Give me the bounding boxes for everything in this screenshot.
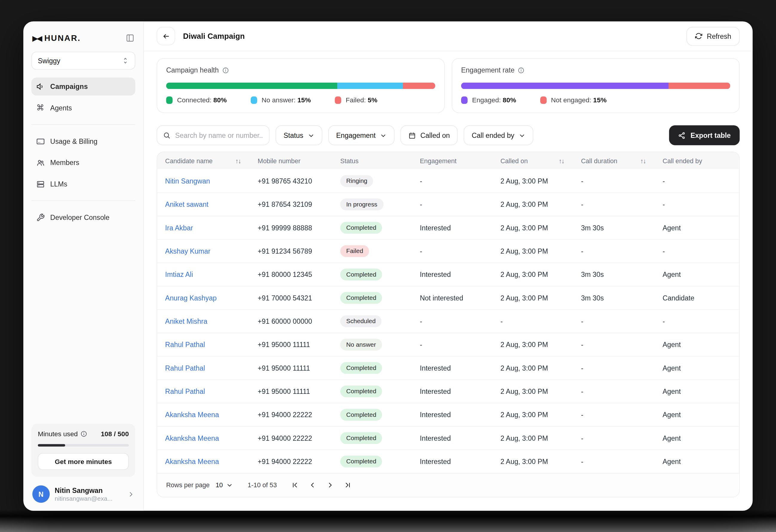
brand-name: HUNAR. (44, 33, 80, 43)
candidate-name-link[interactable]: Aniket Mishra (157, 317, 255, 325)
call-duration-cell: - (578, 247, 659, 255)
chevron-down-icon (308, 132, 314, 139)
engagement-cell: Interested (417, 271, 498, 279)
table-header: Candidate name ↑↓ Mobile number Status E… (157, 152, 739, 169)
sort-icon[interactable]: ↑↓ (640, 157, 645, 165)
sidebar-item-usage-billing[interactable]: Usage & Billing (31, 132, 135, 150)
candidate-name-link[interactable]: Akanksha Meena (157, 458, 255, 466)
sidebar-divider (31, 124, 135, 125)
candidate-name-link[interactable]: Rahul Pathal (157, 341, 255, 349)
column-header-called-on: Called on ↑↓ (498, 157, 578, 165)
sidebar-item-developer-console[interactable]: Developer Console (31, 208, 135, 226)
campaign-health-title: Campaign health (166, 66, 219, 74)
sidebar-item-members[interactable]: Members (31, 154, 135, 172)
table-row: Rahul Pathal+91 95000 11111No answer-2 A… (157, 333, 739, 356)
engagement-cell: - (417, 317, 498, 325)
status-badge: Ringing (340, 175, 373, 187)
candidate-name-link[interactable]: Aniket sawant (157, 201, 255, 209)
candidate-name-link[interactable]: Rahul Pathal (157, 387, 255, 395)
engagement-rate-card: Engagement rate Engaged: 80%Not engaged:… (451, 58, 740, 113)
status-cell: Failed (337, 245, 417, 257)
first-page-icon[interactable] (292, 481, 299, 489)
stat-cards: Campaign health Connected: 80%No answer:… (157, 58, 740, 113)
engagement-cell: Interested (417, 387, 498, 395)
engagement-filter-label: Engagement (336, 131, 375, 139)
info-icon[interactable] (518, 67, 525, 73)
refresh-button[interactable]: Refresh (687, 27, 740, 45)
call-ended-by-cell: Agent (659, 364, 739, 372)
legend-value: 15% (593, 96, 606, 104)
status-cell: Completed (337, 362, 417, 374)
sidebar-item-campaigns[interactable]: Campaigns (31, 77, 135, 95)
info-icon[interactable] (80, 431, 87, 437)
status-badge: No answer (340, 339, 382, 350)
column-header-engagement: Engagement (417, 157, 498, 165)
export-table-label: Export table (690, 131, 731, 139)
candidate-name-link[interactable]: Anurag Kashyap (157, 294, 255, 302)
sidebar-item-llms[interactable]: LLMs (31, 175, 135, 193)
call-ended-by-cell: - (659, 177, 739, 185)
content: Campaign health Connected: 80%No answer:… (144, 51, 753, 511)
status-cell: Completed (337, 292, 417, 304)
candidate-name-link[interactable]: Akanksha Meena (157, 434, 255, 442)
workspace-selector[interactable]: Swiggy (31, 52, 135, 69)
call-duration-cell: - (578, 411, 659, 419)
topbar: Diwali Campaign Refresh (144, 21, 753, 51)
candidate-name-link[interactable]: Akshay Kumar (157, 247, 255, 255)
legend-item: Not engaged: 15% (540, 96, 606, 104)
export-table-button[interactable]: Export table (669, 125, 740, 145)
next-page-icon[interactable] (327, 481, 334, 489)
status-filter-button[interactable]: Status (275, 125, 322, 145)
status-cell: Scheduled (337, 315, 417, 327)
engagement-rate-title: Engagement rate (461, 66, 515, 74)
chevron-up-down-icon (122, 57, 129, 65)
legend-value: 80% (503, 96, 516, 104)
status-badge: Scheduled (340, 315, 381, 327)
candidate-name-link[interactable]: Akanksha Meena (157, 411, 255, 419)
call-ended-by-cell: Agent (659, 411, 739, 419)
sidebar-collapse-icon[interactable] (126, 34, 134, 42)
call-ended-by-cell: Agent (659, 224, 739, 232)
engagement-filter-button[interactable]: Engagement (328, 125, 395, 145)
called-on-cell: 2 Aug, 3:00 PM (498, 224, 578, 232)
back-button[interactable] (157, 27, 175, 45)
server-icon (36, 180, 45, 188)
called-on-filter-button[interactable]: Called on (401, 125, 458, 145)
candidate-name-link[interactable]: Ira Akbar (157, 224, 255, 232)
engagement-cell: Interested (417, 458, 498, 466)
called-on-cell: 2 Aug, 3:00 PM (498, 411, 578, 419)
previous-page-icon[interactable] (309, 481, 317, 489)
sort-icon[interactable]: ↑↓ (235, 157, 240, 165)
last-page-icon[interactable] (344, 481, 351, 489)
called-on-cell: 2 Aug, 3:00 PM (498, 341, 578, 349)
rows-per-page-select[interactable]: 10 (215, 481, 232, 489)
wrench-icon (36, 213, 45, 221)
call-duration-cell: 3m 30s (578, 294, 659, 302)
call-ended-by-cell: Agent (659, 458, 739, 466)
sidebar-item-agents[interactable]: ⌘ Agents (31, 99, 135, 117)
call-ended-by-filter-button[interactable]: Call ended by (464, 125, 533, 145)
status-cell: Completed (337, 432, 417, 444)
info-icon[interactable] (222, 67, 229, 73)
candidate-name-link[interactable]: Nitin Sangwan (157, 177, 255, 185)
mobile-number: +91 94000 22222 (254, 411, 337, 419)
column-header-status: Status (337, 157, 417, 165)
app-window: ▶◀ HUNAR. Swiggy Campaigns (23, 21, 752, 511)
call-ended-by-cell: - (659, 317, 739, 325)
command-icon: ⌘ (36, 104, 45, 112)
sort-icon[interactable]: ↑↓ (559, 157, 564, 165)
call-duration-cell: 3m 30s (578, 271, 659, 279)
search-input[interactable] (175, 131, 263, 139)
candidate-name-link[interactable]: Imtiaz Ali (157, 271, 255, 279)
engagement-cell: Interested (417, 224, 498, 232)
legend-label: Connected: 80% (177, 96, 226, 104)
bar-segment (461, 83, 668, 89)
candidate-name-link[interactable]: Rahul Pathal (157, 364, 255, 372)
table-row: Aniket Mishra+91 60000 00000Scheduled---… (157, 309, 739, 333)
call-ended-by-filter-label: Call ended by (471, 131, 514, 139)
mobile-number: +91 80000 12345 (254, 271, 337, 279)
engagement-cell: Interested (417, 364, 498, 372)
legend-value: 5% (368, 96, 378, 104)
get-more-minutes-button[interactable]: Get more minutes (38, 453, 129, 470)
user-profile[interactable]: N Nitin Sangwan nitinsangwan@exa... (31, 477, 135, 504)
